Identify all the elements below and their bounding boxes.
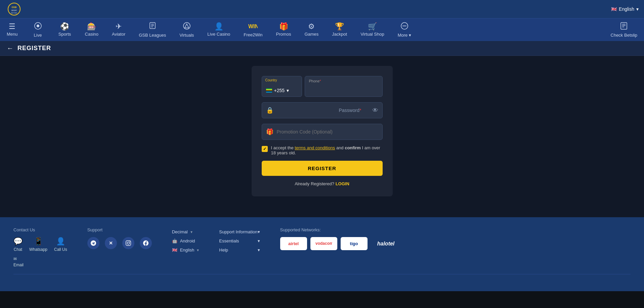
nav-label-check-betslip: Check Betslip [611, 33, 637, 38]
footer-contact-section: Contact Us 💬 Chat 📱 Whatsapp 👤 Call Us ✉… [13, 227, 67, 267]
help-label: Help [219, 247, 228, 253]
svg-text:vodacom: vodacom [315, 241, 332, 246]
logo-container: GSB SPORT BETTING [5, 2, 23, 16]
nav-item-virtuals[interactable]: Virtuals [173, 18, 201, 41]
main-content: Country +255 ▾ Phone* 🔒 Password* � [0, 56, 644, 217]
nav-label-jackpot: Jackpot [332, 32, 347, 37]
network-logos: airtel vodacom tigo halotel [280, 237, 401, 250]
svg-text:GSB: GSB [11, 6, 16, 8]
tanzania-flag [266, 88, 272, 92]
nav-item-more[interactable]: More ▾ [391, 18, 418, 41]
nav-item-gsb-leagues[interactable]: GSB Leagues [132, 18, 173, 41]
svg-point-16 [405, 26, 406, 27]
facebook-button[interactable] [140, 237, 152, 249]
nav-item-free2win[interactable]: WIN Free2Win [237, 19, 269, 41]
nav-item-games[interactable]: ⚙ Games [298, 20, 325, 40]
contact-title: Contact Us [13, 227, 67, 232]
confirm-text: confirm [345, 145, 361, 150]
android-icon: 🤖 [172, 238, 177, 243]
phone-row: Country +255 ▾ Phone* [262, 76, 383, 97]
decimal-row[interactable]: Decimal ▾ [172, 227, 199, 236]
nav-item-menu[interactable]: ☰ Menu [0, 20, 25, 40]
airtel-logo: airtel [288, 241, 299, 246]
terms-row: ✓ I accept the terms and conditions and … [262, 145, 383, 155]
nav-label-sports: Sports [58, 32, 71, 37]
country-label: Country [265, 78, 277, 82]
promo-field[interactable] [277, 129, 378, 134]
callus-contact[interactable]: 👤 Call Us [54, 237, 67, 252]
nav-item-aviator[interactable]: ✈ Aviator [105, 20, 132, 40]
nav-label-menu: Menu [7, 32, 18, 37]
instagram-button[interactable] [122, 237, 134, 249]
email-contact[interactable]: ✉ Email [13, 257, 67, 267]
nav-item-sports[interactable]: ⚽ Sports [51, 20, 78, 40]
promos-icon: 🎁 [279, 23, 288, 30]
support-info-chevron-icon: ▾ [258, 229, 260, 234]
phone-field[interactable] [309, 82, 378, 92]
nav-item-live[interactable]: Live [25, 18, 51, 41]
whatsapp-contact[interactable]: 📱 Whatsapp [29, 237, 47, 252]
country-select[interactable]: Country +255 ▾ [262, 76, 302, 97]
contact-icons: 💬 Chat 📱 Whatsapp 👤 Call Us [13, 237, 67, 252]
nav-label-casino: Casino [85, 32, 98, 37]
nav-item-check-betslip[interactable]: Check Betslip [604, 18, 644, 41]
language-row[interactable]: 🇬🇧 English ▾ [172, 245, 199, 255]
logo-svg: GSB SPORT BETTING [6, 2, 22, 16]
nav-item-virtual-shop[interactable]: 🛒 Virtual Shop [354, 20, 391, 40]
nav-item-casino[interactable]: 🎰 Casino [78, 20, 105, 40]
support-info-item[interactable]: Support Information ▾ [219, 227, 260, 236]
aviator-icon: ✈ [116, 23, 122, 30]
casino-icon: 🎰 [87, 23, 96, 30]
tigo-logo: tigo [350, 241, 358, 246]
terms-text: I accept the terms and conditions and co… [271, 145, 383, 155]
essentials-label: Essentials [219, 238, 239, 243]
flag-icon: 🇬🇧 [611, 6, 617, 12]
twitter-x-icon: ✕ [109, 240, 113, 246]
language-button[interactable]: 🇬🇧 English ▾ [611, 6, 639, 12]
lang-chevron-icon: ▾ [197, 248, 199, 253]
chevron-down-icon: ▾ [636, 6, 639, 12]
svg-text:SPORT: SPORT [11, 9, 17, 11]
terms-link[interactable]: terms and conditions [295, 145, 335, 150]
footer-networks-section: Supported Networks: airtel vodacom tigo … [280, 227, 401, 267]
virtual-shop-icon: 🛒 [368, 23, 377, 30]
android-row[interactable]: 🤖 Android [172, 236, 199, 245]
twitter-button[interactable]: ✕ [105, 237, 117, 249]
email-icon: ✉ [13, 257, 17, 261]
chat-icon: 💬 [13, 237, 23, 246]
nav-item-live-casino[interactable]: 👤 Live Casino [201, 20, 237, 40]
country-chevron-icon: ▾ [287, 88, 289, 93]
password-required-star: * [359, 108, 361, 113]
country-code: +255 [274, 88, 285, 93]
back-button[interactable]: ← [7, 44, 13, 52]
nav-label-virtuals: Virtuals [179, 33, 194, 38]
support-info-label: Support Information [219, 229, 257, 234]
register-card: Country +255 ▾ Phone* 🔒 Password* � [252, 66, 393, 196]
main-nav: ☰ Menu Live ⚽ Sports 🎰 Casino ✈ Aviator … [0, 18, 644, 41]
promo-field-wrapper: 🎁 [262, 124, 383, 140]
whatsapp-icon: 📱 [34, 237, 43, 246]
password-toggle-button[interactable]: 👁 [372, 107, 378, 114]
live-icon [34, 22, 42, 31]
password-field[interactable] [277, 108, 336, 113]
lock-icon: 🔒 [266, 107, 273, 114]
networks-title: Supported Networks: [280, 227, 401, 232]
nav-label-games: Games [304, 32, 318, 37]
telegram-button[interactable] [87, 237, 99, 249]
svg-text:BETTING: BETTING [11, 12, 17, 14]
chat-contact[interactable]: 💬 Chat [13, 237, 23, 252]
login-link[interactable]: LOGIN [336, 181, 349, 186]
page-title: REGISTER [17, 45, 51, 52]
callus-label: Call Us [54, 247, 67, 252]
games-icon: ⚙ [308, 23, 315, 30]
terms-checkbox[interactable]: ✓ [262, 146, 268, 152]
nav-label-live: Live [34, 33, 42, 38]
nav-item-promos[interactable]: 🎁 Promos [269, 20, 298, 40]
android-label: Android [180, 238, 195, 243]
essentials-item[interactable]: Essentials ▾ [219, 236, 260, 245]
nav-item-jackpot[interactable]: 🏆 Jackpot [325, 20, 354, 40]
login-row: Already Registered? LOGIN [262, 181, 383, 186]
register-button[interactable]: REGISTER [262, 161, 383, 176]
help-item[interactable]: Help ▾ [219, 245, 260, 255]
footer-top: Contact Us 💬 Chat 📱 Whatsapp 👤 Call Us ✉… [13, 227, 631, 274]
